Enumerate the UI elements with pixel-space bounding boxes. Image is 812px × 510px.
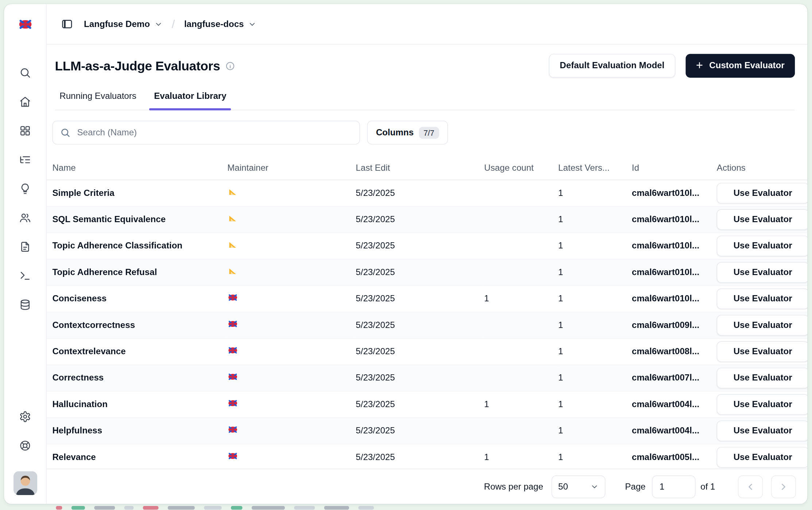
prompts-file-icon — [19, 240, 31, 252]
tab-running-evaluators[interactable]: Running Evaluators — [55, 88, 141, 110]
rows-per-page-select[interactable]: 50 — [552, 475, 606, 498]
tab-evaluator-library[interactable]: Evaluator Library — [149, 88, 231, 110]
info-icon[interactable] — [225, 61, 235, 71]
ragas-icon — [227, 239, 237, 250]
langfuse-icon — [227, 450, 238, 461]
ragas-icon — [227, 239, 237, 250]
last-edit-value: 5/23/2025 — [356, 293, 395, 303]
ragas-icon — [227, 186, 237, 197]
org-switcher[interactable]: Langfuse Demo — [83, 17, 163, 31]
sidebar-item-datasets[interactable] — [15, 294, 35, 315]
search-icon — [60, 127, 70, 138]
columns-button[interactable]: Columns 7/7 — [367, 121, 448, 144]
rows-per-page-label: Rows per page — [484, 482, 543, 492]
sidebar-item-settings[interactable] — [15, 406, 35, 427]
sidebar-item-dashboards[interactable] — [15, 120, 35, 141]
use-evaluator-button[interactable]: Use Evaluator — [717, 394, 807, 415]
sidebar-item-users[interactable] — [15, 207, 35, 228]
use-evaluator-button[interactable]: Use Evaluator — [717, 288, 807, 309]
project-name: langfuse-docs — [184, 19, 244, 29]
use-evaluator-button[interactable]: Use Evaluator — [717, 341, 807, 362]
chevron-down-icon — [154, 20, 162, 28]
table-row: SQL Semantic Equivalence 5/23/2025 1 cma… — [47, 206, 807, 232]
langfuse-icon — [227, 318, 238, 329]
langfuse-icon — [227, 292, 238, 303]
column-header-last-edit: Last Edit — [356, 157, 484, 179]
use-evaluator-button[interactable]: Use Evaluator — [717, 182, 807, 203]
plus-icon: + — [696, 59, 703, 72]
page-number-input[interactable] — [652, 475, 695, 498]
table-row: Correctness 5/23/2025 1 cmal6wart007l...… — [47, 364, 807, 391]
search-box — [52, 121, 360, 144]
use-evaluator-button[interactable]: Use Evaluator — [717, 314, 807, 335]
last-edit-value: 5/23/2025 — [356, 188, 395, 198]
use-evaluator-button[interactable]: Use Evaluator — [717, 447, 807, 467]
sidebar-nav — [15, 45, 35, 315]
panel-left-icon — [61, 18, 73, 30]
langfuse-icon — [227, 398, 238, 409]
chevron-right-icon — [778, 482, 789, 492]
langfuse-icon — [227, 398, 238, 409]
user-avatar[interactable] — [13, 471, 37, 495]
evaluator-table: Name Maintainer Last Edit Usage count La… — [47, 157, 807, 469]
last-edit-value: 5/23/2025 — [356, 452, 395, 462]
sidebar-item-home[interactable] — [15, 91, 35, 112]
project-switcher[interactable]: langfuse-docs — [183, 17, 257, 31]
use-evaluator-button[interactable]: Use Evaluator — [717, 262, 807, 283]
search-input[interactable] — [76, 127, 352, 138]
latest-version-value: 1 — [558, 240, 563, 250]
main-content: Langfuse Demo / langfuse-docs LLM-as-a-J… — [47, 4, 807, 504]
last-edit-value: 5/23/2025 — [356, 214, 395, 224]
rows-per-page-value: 50 — [558, 482, 568, 492]
chevron-left-icon — [745, 482, 755, 492]
chevron-down-icon — [590, 482, 599, 491]
langfuse-icon — [227, 371, 238, 382]
last-edit-value: 5/23/2025 — [356, 320, 395, 330]
sidebar-toggle-button[interactable] — [58, 15, 76, 33]
use-evaluator-button[interactable]: Use Evaluator — [717, 235, 807, 256]
previous-page-button[interactable] — [738, 475, 763, 498]
next-page-button[interactable] — [771, 475, 796, 498]
evaluator-id: cmal6wart008l... — [632, 346, 699, 356]
sidebar-item-evaluation[interactable] — [15, 178, 35, 199]
app-window: Langfuse Demo / langfuse-docs LLM-as-a-J… — [4, 4, 807, 504]
evaluator-name: SQL Semantic Equivalence — [52, 214, 166, 224]
evaluator-id: cmal6wart007l... — [632, 372, 699, 382]
sidebar-item-support[interactable] — [15, 435, 35, 456]
evaluator-name: Helpfulness — [52, 425, 102, 435]
column-header-name: Name — [47, 157, 227, 179]
custom-evaluator-button[interactable]: + Custom Evaluator — [686, 54, 795, 78]
use-evaluator-button[interactable]: Use Evaluator — [717, 420, 807, 441]
evaluator-name: Conciseness — [52, 293, 107, 303]
latest-version-value: 1 — [558, 372, 563, 382]
chevron-down-icon — [248, 20, 256, 28]
sidebar-item-playground[interactable] — [15, 265, 35, 286]
langfuse-logo[interactable] — [4, 4, 46, 45]
evaluator-id: cmal6wart010l... — [632, 214, 699, 224]
page-label: Page — [625, 482, 645, 492]
background-peek — [56, 506, 374, 510]
evaluator-id: cmal6wart004l... — [632, 399, 699, 409]
evaluator-id: cmal6wart004l... — [632, 425, 699, 435]
latest-version-value: 1 — [558, 267, 563, 277]
use-evaluator-button[interactable]: Use Evaluator — [717, 209, 807, 230]
table-row: Conciseness 5/23/2025 1 1 cmal6wart010l.… — [47, 285, 807, 312]
use-evaluator-button[interactable]: Use Evaluator — [717, 367, 807, 388]
table-row: Relevance 5/23/2025 1 1 cmal6wart005l...… — [47, 444, 807, 469]
column-header-usage-count: Usage count — [484, 157, 558, 179]
evaluator-name: Topic Adherence Classification — [52, 240, 182, 250]
search-icon — [19, 66, 31, 78]
table-row: Hallucination 5/23/2025 1 1 cmal6wart004… — [47, 391, 807, 417]
sidebar-item-prompts[interactable] — [15, 236, 35, 257]
lifebuoy-icon — [19, 440, 31, 452]
table-row: Simple Criteria 5/23/2025 1 cmal6wart010… — [47, 180, 807, 206]
ragas-icon — [227, 266, 237, 276]
sidebar — [4, 4, 46, 504]
evaluator-table-body: Simple Criteria 5/23/2025 1 cmal6wart010… — [47, 180, 807, 469]
default-evaluation-model-button[interactable]: Default Evaluation Model — [549, 54, 676, 78]
last-edit-value: 5/23/2025 — [356, 372, 395, 382]
sidebar-item-search[interactable] — [15, 62, 35, 83]
sidebar-item-tracing[interactable] — [15, 149, 35, 170]
ragas-icon — [227, 213, 237, 223]
table-row: Helpfulness 5/23/2025 1 cmal6wart004l...… — [47, 417, 807, 444]
